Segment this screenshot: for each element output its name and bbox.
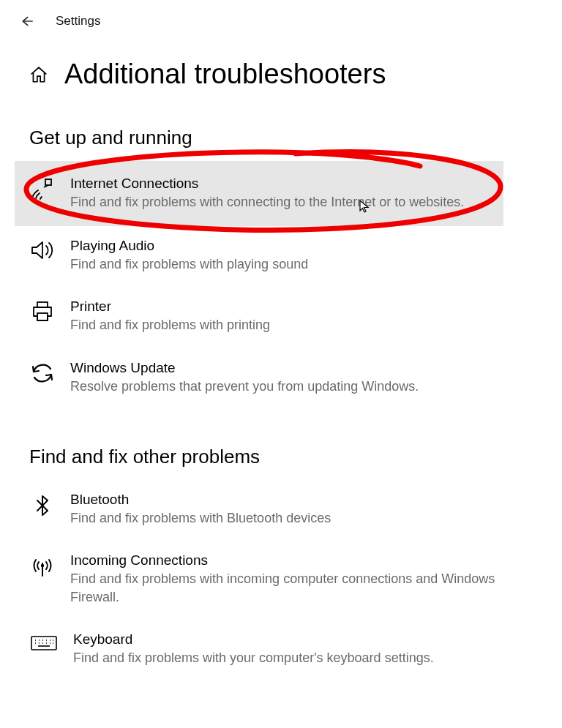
troubleshooter-list: Internet Connections Find and fix proble… [0,161,562,409]
ts-item-title: Printer [70,299,533,315]
internet-icon [29,177,56,200]
ts-item-description: Find and fix problems with connecting to… [70,193,489,211]
svg-rect-1 [45,179,51,185]
ts-item-description: Find and fix problems with incoming comp… [70,570,533,607]
ts-item-windows-update[interactable]: Windows Update Resolve problems that pre… [0,348,562,409]
ts-item-description: Find and fix problems with playing sound [70,255,533,274]
ts-item-internet-connections[interactable]: Internet Connections Find and fix proble… [15,161,503,226]
svg-rect-4 [37,313,48,320]
troubleshooter-list: Bluetooth Find and fix problems with Blu… [0,480,562,681]
section-heading: Find and fix other problems [0,409,562,480]
svg-rect-3 [37,302,48,307]
ts-item-printer[interactable]: Printer Find and fix problems with print… [0,287,562,348]
title-row: Additional troubleshooters [0,37,562,90]
update-icon [29,361,56,385]
ts-item-playing-audio[interactable]: Playing Audio Find and fix problems with… [0,226,562,287]
home-button[interactable] [29,65,48,84]
ts-item-title: Bluetooth [70,492,533,508]
audio-icon [29,239,56,261]
back-button[interactable] [18,13,34,29]
ts-item-description: Find and fix problems with your computer… [73,649,533,667]
ts-item-keyboard[interactable]: Keyboard Find and fix problems with your… [0,620,562,680]
ts-item-incoming-connections[interactable]: Incoming Connections Find and fix proble… [0,541,562,620]
ts-item-description: Find and fix problems with Bluetooth dev… [70,509,533,528]
bluetooth-icon [29,493,56,518]
printer-icon [29,300,56,323]
svg-point-6 [42,565,43,566]
ts-item-title: Internet Connections [70,176,489,192]
ts-item-title: Windows Update [70,360,533,376]
app-name-label: Settings [56,14,100,29]
keyboard-icon [29,633,59,653]
ts-item-description: Resolve problems that prevent you from u… [70,378,533,396]
incoming-connections-icon [29,554,56,577]
page-title: Additional troubleshooters [64,59,386,90]
ts-item-description: Find and fix problems with printing [70,316,533,334]
section-heading: Get up and running [0,90,562,161]
ts-item-title: Keyboard [73,631,533,648]
header-bar: Settings [0,0,562,37]
ts-item-bluetooth[interactable]: Bluetooth Find and fix problems with Blu… [0,480,562,541]
ts-item-title: Incoming Connections [70,552,533,568]
ts-item-title: Playing Audio [70,238,533,254]
